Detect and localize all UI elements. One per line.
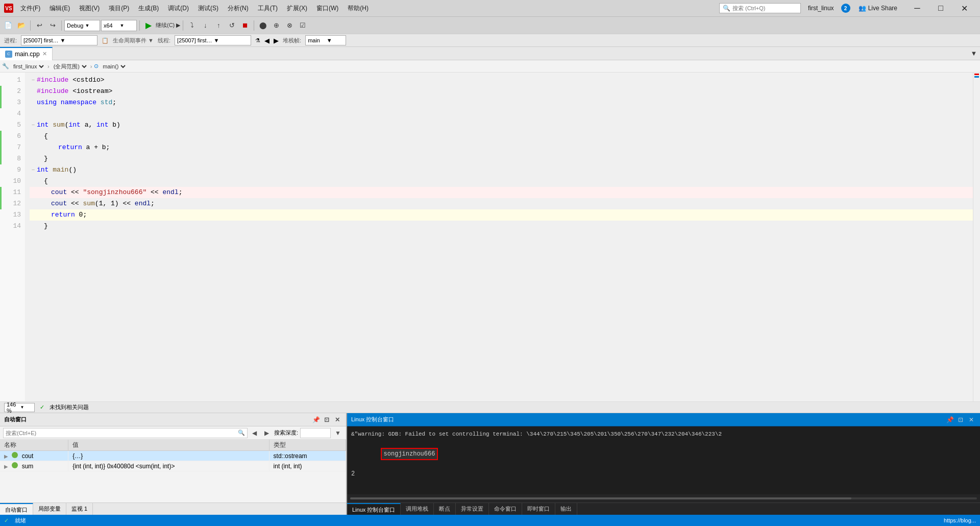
terminal-content[interactable]: &"warning: GDB: Failed to set controllin…: [347, 426, 980, 494]
menu-file[interactable]: 文件(F): [16, 3, 44, 14]
tab-scroll-right[interactable]: ▼: [968, 47, 980, 60]
thread-nav-next[interactable]: ▶: [274, 37, 279, 44]
menu-edit[interactable]: 编辑(E): [45, 3, 74, 14]
minimize-button[interactable]: ─: [905, 0, 929, 16]
toolbar-sep5: [254, 20, 254, 31]
code-line-10: {: [30, 176, 973, 187]
zoom-dropdown[interactable]: 146 % ▼: [4, 403, 35, 412]
step-out-button[interactable]: ↑: [212, 19, 225, 32]
tab-command-window[interactable]: 命令窗口: [489, 503, 522, 515]
filter-icon[interactable]: ⚗: [255, 37, 260, 44]
collapse-1[interactable]: −: [30, 75, 37, 86]
enable-breakpoints-button[interactable]: ☑: [297, 19, 309, 32]
toolbar-sep2: [61, 20, 62, 31]
terminal-scrollbar-area[interactable]: [347, 494, 980, 503]
search-forward[interactable]: ▶: [262, 428, 272, 438]
terminal-scrollbar[interactable]: [350, 497, 977, 499]
debug-config-dropdown[interactable]: Debug ▼: [64, 20, 100, 31]
tab-linux-console[interactable]: Linux 控制台窗口: [347, 503, 401, 515]
col-value-header: 值: [68, 440, 269, 451]
menu-debug[interactable]: 调试(D): [164, 3, 193, 14]
auto-panel-close[interactable]: ✕: [333, 415, 342, 424]
menu-analyze[interactable]: 分析(N): [224, 3, 253, 14]
menu-help[interactable]: 帮助(H): [344, 3, 373, 14]
tab-auto-window[interactable]: 自动窗口: [0, 503, 33, 515]
continue-button[interactable]: ▶: [142, 19, 155, 32]
tab-immediate-window[interactable]: 即时窗口: [522, 503, 555, 515]
code-text-10: {: [44, 176, 48, 187]
terminal-dock[interactable]: ⊡: [956, 415, 965, 424]
kw-int-5: int: [37, 119, 48, 131]
lifecycle-button[interactable]: 📋: [102, 37, 109, 44]
breadcrumb-project[interactable]: first_linux: [11, 63, 45, 70]
redo-button[interactable]: ↪: [46, 19, 59, 32]
auto-panel-search[interactable]: 🔍: [3, 428, 248, 438]
liveshare-button[interactable]: 👥 Live Share: [853, 4, 902, 13]
code-text-9a: [48, 164, 53, 176]
tab-close-button[interactable]: ✕: [42, 51, 47, 57]
table-row[interactable]: ▶ sum {int (int, int)} 0x40080d <sum(int…: [0, 461, 346, 471]
step-into-button[interactable]: ↓: [199, 19, 211, 32]
auto-panel-search-input[interactable]: [6, 430, 236, 436]
menu-build[interactable]: 生成(B): [134, 3, 163, 14]
stop-button[interactable]: ⏹: [239, 19, 251, 32]
code-text-3c: ;: [112, 97, 116, 108]
terminal-close[interactable]: ✕: [967, 415, 976, 424]
auto-panel-pin[interactable]: 📌: [311, 415, 321, 424]
maximize-button[interactable]: □: [929, 0, 952, 16]
step-over-button[interactable]: ⤵: [186, 19, 198, 32]
tab-output[interactable]: 输出: [555, 503, 577, 515]
new-project-button[interactable]: 📄: [2, 19, 14, 32]
process-dropdown[interactable]: [25007] first_linux.out ▼: [21, 35, 97, 45]
tab-breakpoints[interactable]: 断点: [434, 503, 456, 515]
tab-locals[interactable]: 局部变量: [33, 503, 66, 515]
expand-icon-sum[interactable]: ▶: [4, 464, 8, 469]
undo-button[interactable]: ↩: [33, 19, 45, 32]
stack-dropdown[interactable]: main ▼: [305, 35, 346, 45]
thread-dropdown[interactable]: [25007] first_linux.out ▼: [175, 35, 251, 45]
status-bar: ✓ 就绪 https://blog...: [0, 515, 980, 526]
menu-project[interactable]: 项目(P): [105, 3, 133, 14]
menu-view[interactable]: 视图(V): [75, 3, 104, 14]
editor-minimap[interactable]: [973, 73, 980, 401]
expand-icon-cout[interactable]: ▶: [4, 453, 8, 459]
status-link[interactable]: https://blog...: [944, 517, 976, 523]
collapse-5[interactable]: −: [30, 119, 37, 131]
tab-call-stack[interactable]: 调用堆栈: [401, 503, 434, 515]
tab-exception-settings[interactable]: 异常设置: [456, 503, 489, 515]
auto-panel-dock[interactable]: ⊡: [322, 415, 331, 424]
platform-dropdown[interactable]: x64 ▼: [101, 20, 137, 31]
menu-test[interactable]: 测试(S): [194, 3, 223, 14]
breadcrumb-scope[interactable]: (全局范围): [52, 63, 88, 70]
search-back[interactable]: ◀: [250, 428, 260, 438]
liveshare-label: Live Share: [868, 5, 897, 12]
var-name-label-cout: cout: [22, 452, 34, 460]
search-depth-input[interactable]: [300, 428, 331, 438]
breadcrumb-function[interactable]: main(): [101, 63, 127, 70]
tab-watch-1[interactable]: 监视 1: [66, 503, 93, 515]
menu-extensions[interactable]: 扩展(X): [283, 3, 311, 14]
fn-sum-12: sum: [83, 198, 94, 209]
search-input[interactable]: [732, 5, 789, 11]
terminal-output-line: songjinzhou666: [351, 439, 976, 469]
collapse-9[interactable]: −: [30, 164, 37, 176]
menu-window[interactable]: 窗口(W): [312, 3, 342, 14]
var-cout-12: cout: [51, 198, 67, 209]
terminal-pin[interactable]: 📌: [945, 415, 954, 424]
tab-main-cpp[interactable]: C main.cpp ✕: [0, 47, 53, 60]
search-depth-arrow[interactable]: ▼: [333, 428, 343, 438]
search-box[interactable]: 🔍: [719, 3, 801, 13]
stack-arrow: ▼: [327, 37, 344, 43]
new-breakpoint-button[interactable]: ⊕: [270, 19, 282, 32]
code-content[interactable]: ⇒ − #include <cstdio> #include <iostream…: [26, 73, 973, 401]
restart-button[interactable]: ↺: [226, 19, 238, 32]
breakpoint-button[interactable]: ⬤: [257, 19, 269, 32]
menu-tools[interactable]: 工具(T): [254, 3, 282, 14]
terminal-panel-controls: 📌 ⊡ ✕: [945, 415, 976, 424]
table-row[interactable]: ▶ cout {…} std::ostream: [0, 451, 346, 461]
notification-badge[interactable]: 2: [841, 4, 850, 13]
open-button[interactable]: 📂: [15, 19, 28, 32]
thread-nav-prev[interactable]: ◀: [264, 37, 270, 44]
close-button[interactable]: ✕: [952, 0, 976, 16]
delete-breakpoints-button[interactable]: ⊗: [283, 19, 296, 32]
